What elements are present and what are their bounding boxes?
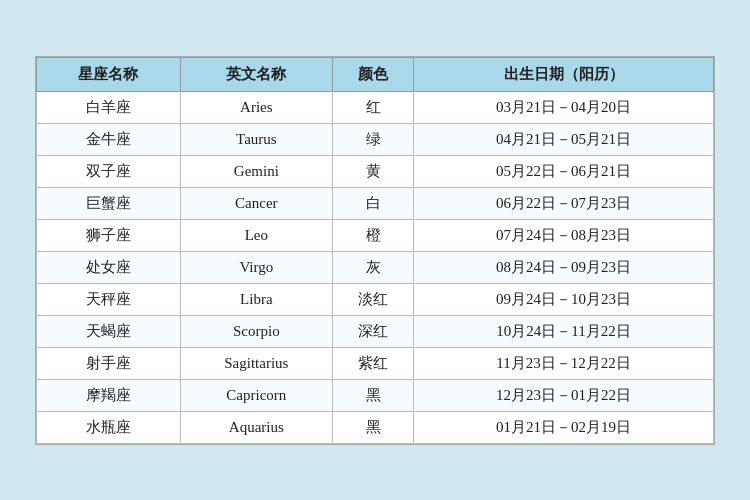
table-cell: 红 bbox=[332, 91, 413, 123]
table-cell: Scorpio bbox=[180, 315, 332, 347]
table-row: 水瓶座Aquarius黑01月21日－02月19日 bbox=[37, 411, 714, 443]
table-cell: Cancer bbox=[180, 187, 332, 219]
table-cell: 04月21日－05月21日 bbox=[414, 123, 714, 155]
table-cell: Libra bbox=[180, 283, 332, 315]
table-row: 狮子座Leo橙07月24日－08月23日 bbox=[37, 219, 714, 251]
table-row: 双子座Gemini黄05月22日－06月21日 bbox=[37, 155, 714, 187]
zodiac-table-container: 星座名称 英文名称 颜色 出生日期（阳历） 白羊座Aries红03月21日－04… bbox=[35, 56, 715, 445]
table-header-row: 星座名称 英文名称 颜色 出生日期（阳历） bbox=[37, 57, 714, 91]
table-cell: 摩羯座 bbox=[37, 379, 181, 411]
table-cell: Sagittarius bbox=[180, 347, 332, 379]
table-cell: 白 bbox=[332, 187, 413, 219]
col-header-english-name: 英文名称 bbox=[180, 57, 332, 91]
col-header-birthdate: 出生日期（阳历） bbox=[414, 57, 714, 91]
table-row: 处女座Virgo灰08月24日－09月23日 bbox=[37, 251, 714, 283]
table-cell: Capricorn bbox=[180, 379, 332, 411]
table-cell: 天秤座 bbox=[37, 283, 181, 315]
table-cell: 白羊座 bbox=[37, 91, 181, 123]
table-cell: 处女座 bbox=[37, 251, 181, 283]
table-row: 巨蟹座Cancer白06月22日－07月23日 bbox=[37, 187, 714, 219]
table-cell: 01月21日－02月19日 bbox=[414, 411, 714, 443]
table-row: 天秤座Libra淡红09月24日－10月23日 bbox=[37, 283, 714, 315]
table-cell: 黑 bbox=[332, 411, 413, 443]
table-row: 射手座Sagittarius紫红11月23日－12月22日 bbox=[37, 347, 714, 379]
table-cell: 03月21日－04月20日 bbox=[414, 91, 714, 123]
table-cell: 07月24日－08月23日 bbox=[414, 219, 714, 251]
table-cell: 淡红 bbox=[332, 283, 413, 315]
table-cell: 巨蟹座 bbox=[37, 187, 181, 219]
table-cell: 紫红 bbox=[332, 347, 413, 379]
table-cell: 深红 bbox=[332, 315, 413, 347]
table-cell: 10月24日－11月22日 bbox=[414, 315, 714, 347]
table-cell: 06月22日－07月23日 bbox=[414, 187, 714, 219]
table-cell: Taurus bbox=[180, 123, 332, 155]
table-cell: 金牛座 bbox=[37, 123, 181, 155]
table-cell: 双子座 bbox=[37, 155, 181, 187]
table-cell: 水瓶座 bbox=[37, 411, 181, 443]
table-cell: 射手座 bbox=[37, 347, 181, 379]
table-row: 天蝎座Scorpio深红10月24日－11月22日 bbox=[37, 315, 714, 347]
table-cell: Leo bbox=[180, 219, 332, 251]
table-cell: 狮子座 bbox=[37, 219, 181, 251]
table-cell: 11月23日－12月22日 bbox=[414, 347, 714, 379]
table-cell: 09月24日－10月23日 bbox=[414, 283, 714, 315]
table-cell: 绿 bbox=[332, 123, 413, 155]
table-cell: 黑 bbox=[332, 379, 413, 411]
table-cell: 12月23日－01月22日 bbox=[414, 379, 714, 411]
col-header-color: 颜色 bbox=[332, 57, 413, 91]
table-cell: 黄 bbox=[332, 155, 413, 187]
table-cell: 05月22日－06月21日 bbox=[414, 155, 714, 187]
table-row: 摩羯座Capricorn黑12月23日－01月22日 bbox=[37, 379, 714, 411]
table-cell: Virgo bbox=[180, 251, 332, 283]
table-cell: Aquarius bbox=[180, 411, 332, 443]
zodiac-table: 星座名称 英文名称 颜色 出生日期（阳历） 白羊座Aries红03月21日－04… bbox=[36, 57, 714, 444]
table-body: 白羊座Aries红03月21日－04月20日金牛座Taurus绿04月21日－0… bbox=[37, 91, 714, 443]
table-row: 金牛座Taurus绿04月21日－05月21日 bbox=[37, 123, 714, 155]
table-row: 白羊座Aries红03月21日－04月20日 bbox=[37, 91, 714, 123]
table-cell: 橙 bbox=[332, 219, 413, 251]
table-cell: 灰 bbox=[332, 251, 413, 283]
table-cell: 08月24日－09月23日 bbox=[414, 251, 714, 283]
table-cell: Gemini bbox=[180, 155, 332, 187]
col-header-chinese-name: 星座名称 bbox=[37, 57, 181, 91]
table-cell: 天蝎座 bbox=[37, 315, 181, 347]
table-cell: Aries bbox=[180, 91, 332, 123]
